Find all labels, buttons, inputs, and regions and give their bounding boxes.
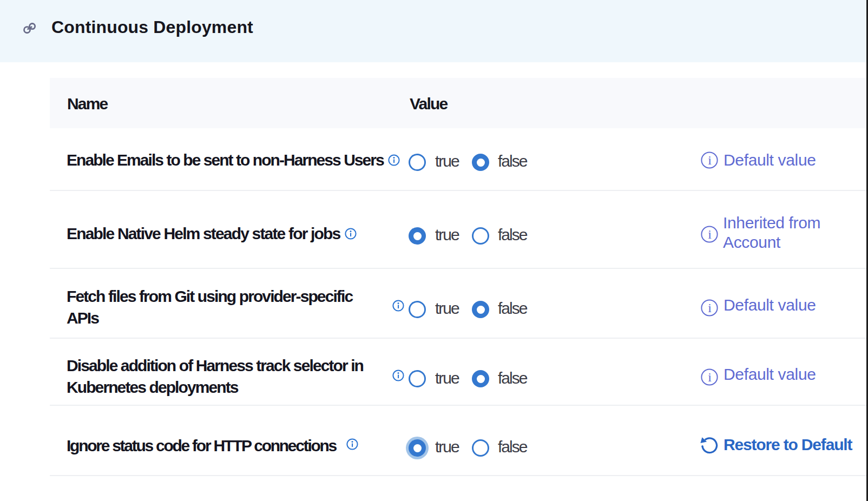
svg-text:i: i [708,301,712,315]
svg-text:i: i [708,370,712,384]
svg-text:i: i [708,153,712,167]
svg-text:i: i [708,227,712,241]
